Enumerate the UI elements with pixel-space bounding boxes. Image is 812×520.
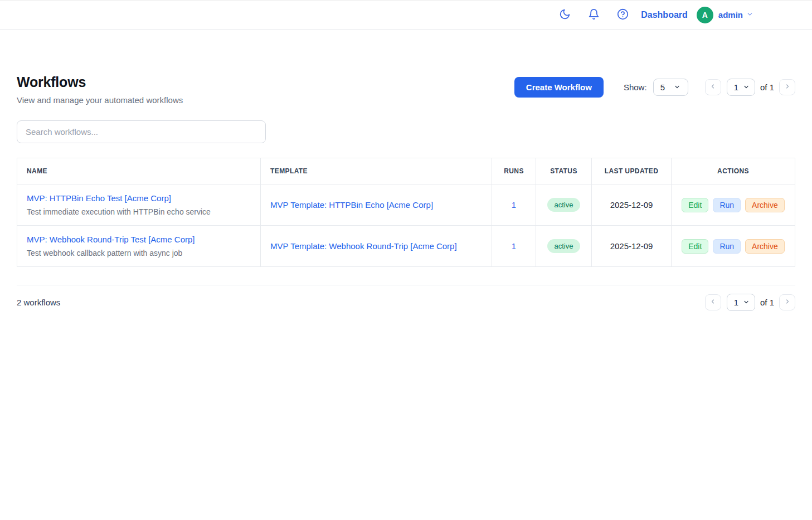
user-name: admin: [718, 10, 743, 20]
page-number-value: 1: [734, 298, 738, 307]
table-header-row: NAMETEMPLATERUNSSTATUSLAST UPDATEDACTION…: [17, 158, 795, 184]
table-row: MVP: HTTPBin Echo Test [Acme Corp] Test …: [17, 184, 795, 226]
page-title: Workflows: [17, 74, 183, 90]
archive-button[interactable]: Archive: [745, 198, 785, 212]
user-menu[interactable]: A admin: [697, 7, 753, 23]
column-header-template: TEMPLATE: [261, 158, 492, 184]
page-of-label: of 1: [760, 82, 774, 92]
table-footer: 2 workflows 1 of 1: [17, 294, 795, 311]
table-row: MVP: Webhook Round-Trip Test [Acme Corp]…: [17, 226, 795, 267]
page-number-select[interactable]: 1: [727, 294, 755, 311]
workflow-runs-link[interactable]: 1: [512, 200, 516, 210]
status-badge: active: [547, 198, 581, 212]
workflow-template-link[interactable]: MVP Template: Webhook Round-Trip [Acme C…: [270, 241, 457, 251]
edit-button[interactable]: Edit: [682, 198, 708, 212]
actions-cell: EditRunArchive: [672, 226, 795, 267]
header-controls: Create Workflow Show: 5 1: [514, 77, 795, 98]
main-content: Workflows View and manage your automated…: [0, 74, 812, 311]
column-header-name: NAME: [17, 158, 261, 184]
chevron-left-icon: [709, 83, 716, 91]
page-number-select[interactable]: 1: [727, 79, 755, 96]
page-size-select[interactable]: 5: [653, 79, 688, 96]
last-updated-date: 2025-12-09: [610, 200, 653, 210]
archive-button[interactable]: Archive: [745, 239, 785, 254]
chevron-down-icon: [743, 82, 750, 92]
chevron-down-icon: [743, 298, 750, 307]
top-navbar: Dashboard A admin: [0, 0, 812, 30]
page-number-value: 1: [734, 82, 738, 92]
page-size-group: Show: 5: [624, 79, 688, 96]
workflow-template-link[interactable]: MVP Template: HTTPBin Echo [Acme Corp]: [270, 200, 433, 210]
workflow-description: Test webhook callback pattern with async…: [27, 249, 251, 257]
bell-icon: [588, 8, 600, 22]
show-label: Show:: [624, 82, 647, 92]
dashboard-link[interactable]: Dashboard: [641, 10, 688, 20]
dark-mode-toggle[interactable]: [558, 9, 571, 21]
edit-button[interactable]: Edit: [682, 239, 708, 254]
workflow-name-link[interactable]: MVP: HTTPBin Echo Test [Acme Corp]: [27, 193, 171, 203]
chevron-down-icon: [674, 82, 680, 92]
prev-page-button[interactable]: [705, 79, 721, 95]
run-button[interactable]: Run: [713, 198, 741, 212]
chevron-left-icon: [709, 298, 716, 307]
page-title-block: Workflows View and manage your automated…: [17, 74, 183, 105]
avatar: A: [697, 7, 713, 23]
notifications-button[interactable]: [587, 9, 600, 21]
last-updated-date: 2025-12-09: [610, 241, 653, 251]
column-header-status: STATUS: [536, 158, 592, 184]
next-page-button[interactable]: [779, 294, 795, 310]
help-circle-icon: [617, 8, 629, 22]
pagination-top: 1 of 1: [705, 79, 795, 96]
workflow-count: 2 workflows: [17, 298, 60, 307]
actions-cell: EditRunArchive: [672, 184, 795, 226]
workflow-runs-link[interactable]: 1: [512, 241, 516, 251]
page-of-label: of 1: [760, 298, 774, 307]
column-header-actions: ACTIONS: [672, 158, 795, 184]
workflow-name-link[interactable]: MVP: Webhook Round-Trip Test [Acme Corp]: [27, 235, 195, 244]
chevron-down-icon: [746, 10, 753, 20]
status-badge: active: [547, 239, 581, 253]
prev-page-button[interactable]: [705, 294, 721, 310]
pagination-bottom: 1 of 1: [705, 294, 795, 311]
chevron-right-icon: [784, 298, 791, 307]
help-button[interactable]: [616, 9, 629, 21]
footer-divider: [17, 285, 795, 285]
chevron-right-icon: [784, 83, 791, 91]
search-input[interactable]: [17, 120, 266, 143]
workflows-table: NAMETEMPLATERUNSSTATUSLAST UPDATEDACTION…: [17, 158, 795, 267]
page-subtitle: View and manage your automated workflows: [17, 95, 183, 105]
column-header-runs: RUNS: [492, 158, 536, 184]
workflow-description: Test immediate execution with HTTPBin ec…: [27, 207, 251, 216]
page-size-value: 5: [660, 82, 665, 92]
moon-icon: [559, 8, 571, 22]
create-workflow-button[interactable]: Create Workflow: [514, 77, 604, 98]
page-header: Workflows View and manage your automated…: [17, 74, 795, 105]
column-header-last-updated: LAST UPDATED: [592, 158, 672, 184]
run-button[interactable]: Run: [713, 239, 741, 254]
next-page-button[interactable]: [779, 79, 795, 95]
